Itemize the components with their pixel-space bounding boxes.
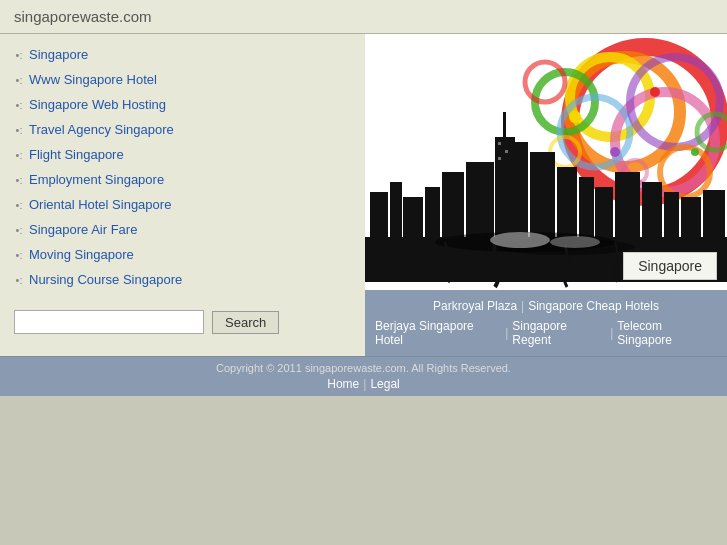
search-button[interactable]: Search [212,311,279,334]
svg-rect-37 [505,150,508,153]
svg-rect-38 [498,157,501,160]
nav-bullet-icon: •: [14,174,24,186]
telecom-link[interactable]: Telecom Singapore [617,319,717,347]
singapore-label: Singapore [623,252,717,280]
svg-point-13 [569,111,581,123]
svg-rect-26 [510,142,528,247]
sidebar-nav-item[interactable]: •:Singapore Web Hosting [0,92,365,117]
sidebar: •:Singapore•:Www Singapore Hotel•:Singap… [0,34,365,356]
svg-rect-36 [498,142,501,145]
site-title: singaporewaste.com [14,8,152,25]
sep-1: | [521,299,524,313]
svg-point-42 [550,236,600,248]
sidebar-nav-item[interactable]: •:Singapore [0,42,365,67]
nav-item-label: Singapore Air Fare [29,222,137,237]
sidebar-nav-item[interactable]: •:Oriental Hotel Singapore [0,192,365,217]
sep-3: | [610,326,613,340]
nav-list: •:Singapore•:Www Singapore Hotel•:Singap… [0,42,365,292]
sidebar-nav-item[interactable]: •:Www Singapore Hotel [0,67,365,92]
nav-item-label: Singapore [29,47,88,62]
nav-bullet-icon: •: [14,99,24,111]
footer-home-link[interactable]: Home [327,377,359,391]
nav-item-label: Travel Agency Singapore [29,122,174,137]
search-input[interactable] [14,310,204,334]
sidebar-nav-item[interactable]: •:Travel Agency Singapore [0,117,365,142]
site-header: singaporewaste.com [0,0,727,34]
cheap-hotels-link[interactable]: Singapore Cheap Hotels [528,299,659,313]
singapore-text: Singapore [638,258,702,274]
bottom-links: Parkroyal Plaza | Singapore Cheap Hotels… [365,290,727,356]
svg-rect-34 [681,197,701,247]
graphic-area: Singapore [365,34,727,290]
footer: Copyright © 2011 singaporewaste.com. All… [0,356,727,396]
svg-point-41 [490,232,550,248]
nav-bullet-icon: •: [14,149,24,161]
regent-link[interactable]: Singapore Regent [512,319,606,347]
main-content: •:Singapore•:Www Singapore Hotel•:Singap… [0,34,727,356]
svg-point-16 [610,147,620,157]
nav-bullet-icon: •: [14,224,24,236]
berjaya-link[interactable]: Berjaya Singapore Hotel [375,319,501,347]
svg-rect-31 [615,172,640,247]
svg-rect-33 [664,192,679,247]
search-area: Search [0,292,365,348]
nav-bullet-icon: •: [14,74,24,86]
svg-rect-18 [370,192,388,247]
link-row-1: Parkroyal Plaza | Singapore Cheap Hotels [375,296,717,316]
nav-bullet-icon: •: [14,274,24,286]
link-row-2: Berjaya Singapore Hotel | Singapore Rege… [375,316,717,350]
sidebar-nav-item[interactable]: •:Flight Singapore [0,142,365,167]
nav-item-label: Employment Singapore [29,172,164,187]
svg-rect-19 [390,182,402,247]
nav-bullet-icon: •: [14,199,24,211]
nav-bullet-icon: •: [14,49,24,61]
sidebar-nav-item[interactable]: •:Employment Singapore [0,167,365,192]
nav-item-label: Singapore Web Hosting [29,97,166,112]
nav-bullet-icon: •: [14,249,24,261]
parkroyal-link[interactable]: Parkroyal Plaza [433,299,517,313]
svg-rect-25 [503,112,506,140]
footer-sep: | [363,377,366,391]
footer-legal-link[interactable]: Legal [370,377,399,391]
svg-rect-20 [403,197,423,247]
nav-item-label: Nursing Course Singapore [29,272,182,287]
svg-point-14 [650,87,660,97]
svg-rect-21 [425,187,440,247]
nav-item-label: Moving Singapore [29,247,134,262]
sep-2: | [505,326,508,340]
sidebar-nav-item[interactable]: •:Singapore Air Fare [0,217,365,242]
nav-item-label: Www Singapore Hotel [29,72,157,87]
svg-point-15 [691,148,699,156]
nav-item-label: Flight Singapore [29,147,124,162]
footer-copyright: Copyright © 2011 singaporewaste.com. All… [10,362,717,374]
footer-links: Home | Legal [10,377,717,391]
svg-rect-32 [642,182,662,247]
nav-bullet-icon: •: [14,124,24,136]
svg-rect-35 [703,190,725,247]
right-panel: Singapore Parkroyal Plaza | Singapore Ch… [365,34,727,356]
sidebar-nav-item[interactable]: •:Moving Singapore [0,242,365,267]
sidebar-nav-item[interactable]: •:Nursing Course Singapore [0,267,365,292]
nav-item-label: Oriental Hotel Singapore [29,197,171,212]
